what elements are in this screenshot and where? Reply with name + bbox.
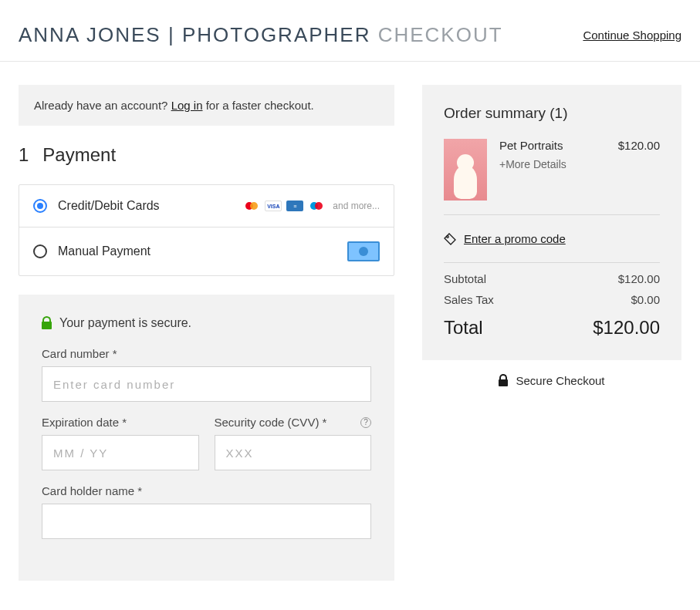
brand-sub: CHECKOUT: [370, 23, 502, 46]
cvv-label: Security code (CVV) *: [215, 416, 327, 429]
secure-checkout: Secure Checkout: [422, 374, 681, 387]
total-row: Total $120.00: [444, 317, 660, 339]
continue-shopping-link[interactable]: Continue Shopping: [583, 29, 681, 42]
visa-icon: VISA: [265, 201, 282, 211]
holder-group: Card holder name *: [42, 484, 371, 539]
promo-row[interactable]: Enter a promo code: [444, 224, 660, 253]
expiration-input[interactable]: [42, 435, 199, 470]
total-value: $120.00: [593, 317, 660, 339]
subtotal-value: $120.00: [618, 272, 660, 285]
summary-title: Order summary (1): [444, 105, 660, 122]
amex-icon: ≡: [286, 201, 303, 211]
right-column: Order summary (1) Pet Portraits +More De…: [422, 85, 681, 387]
summary-item-info: Pet Portraits +More Details: [499, 139, 606, 201]
payment-methods: Credit/Debit Cards VISA ≡ and more... Ma…: [19, 184, 394, 276]
lock-icon: [42, 318, 52, 329]
divider: [444, 262, 660, 263]
step-title: Payment: [42, 144, 116, 166]
login-banner-prefix: Already have an account?: [34, 99, 171, 112]
holder-label: Card holder name *: [42, 484, 371, 497]
cvv-help-icon[interactable]: ?: [360, 417, 371, 428]
summary-item-name: Pet Portraits: [499, 139, 606, 152]
step-number: 1: [19, 144, 29, 166]
exp-cvv-row: Expiration date * Security code (CVV) * …: [42, 416, 371, 484]
summary-item-price: $120.00: [618, 139, 660, 201]
card-logos: VISA ≡ and more...: [243, 201, 380, 211]
card-number-label: Card number *: [42, 347, 371, 360]
secure-checkout-text: Secure Checkout: [516, 374, 604, 387]
summary-item-more[interactable]: +More Details: [499, 158, 606, 170]
summary-item-image: [444, 139, 487, 201]
secure-note: Your payment is secure.: [42, 316, 371, 330]
tax-value: $0.00: [631, 293, 660, 306]
tax-row: Sales Tax $0.00: [444, 293, 660, 306]
payment-method-card-label: Credit/Debit Cards: [58, 199, 232, 213]
expiration-group: Expiration date *: [42, 416, 199, 470]
lock-icon: [499, 376, 508, 386]
radio-card[interactable]: [33, 199, 47, 213]
payment-section-title: 1 Payment: [19, 144, 394, 166]
radio-manual[interactable]: [33, 244, 47, 258]
expiration-label: Expiration date *: [42, 416, 199, 429]
login-banner-suffix: for a faster checkout.: [203, 99, 314, 112]
cash-icon: [347, 241, 380, 261]
card-number-input[interactable]: [42, 366, 371, 402]
payment-method-manual[interactable]: Manual Payment: [19, 227, 394, 275]
and-more-text: and more...: [333, 201, 380, 211]
tax-label: Sales Tax: [444, 293, 494, 306]
mastercard-icon: [243, 201, 260, 211]
total-label: Total: [444, 317, 483, 339]
cvv-input[interactable]: [215, 435, 372, 470]
maestro-icon: [308, 201, 325, 211]
order-summary: Order summary (1) Pet Portraits +More De…: [422, 85, 681, 360]
summary-item: Pet Portraits +More Details $120.00: [444, 139, 660, 201]
subtotal-label: Subtotal: [444, 272, 486, 285]
brand: ANNA JONES | PHOTOGRAPHER CHECKOUT: [19, 23, 503, 47]
brand-main: ANNA JONES | PHOTOGRAPHER: [19, 23, 370, 46]
secure-note-text: Your payment is secure.: [59, 316, 191, 330]
login-link[interactable]: Log in: [171, 99, 203, 112]
content: Already have an account? Log in for a fa…: [0, 62, 700, 610]
subtotal-row: Subtotal $120.00: [444, 272, 660, 285]
tag-icon: [444, 233, 456, 245]
login-banner: Already have an account? Log in for a fa…: [19, 85, 394, 126]
left-column: Already have an account? Log in for a fa…: [19, 85, 394, 581]
card-entry-panel: Your payment is secure. Card number * Ex…: [19, 295, 394, 581]
card-number-group: Card number *: [42, 347, 371, 402]
header: ANNA JONES | PHOTOGRAPHER CHECKOUT Conti…: [0, 0, 700, 62]
cvv-group: Security code (CVV) * ?: [215, 416, 372, 470]
holder-input[interactable]: [42, 504, 371, 539]
svg-point-0: [447, 235, 449, 238]
payment-method-card[interactable]: Credit/Debit Cards VISA ≡ and more...: [19, 185, 394, 227]
promo-link[interactable]: Enter a promo code: [464, 232, 566, 245]
payment-method-manual-label: Manual Payment: [58, 244, 336, 258]
divider: [444, 214, 660, 215]
